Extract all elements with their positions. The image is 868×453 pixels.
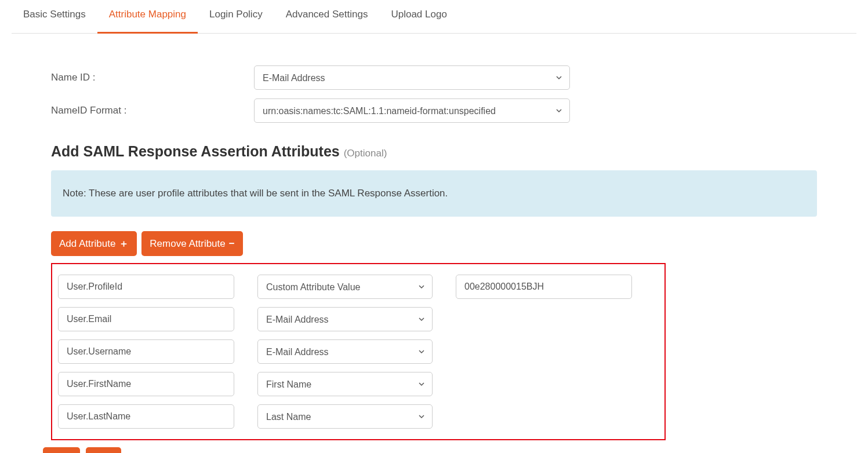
attribute-row: First Name [58, 372, 659, 396]
attr-type-select[interactable]: Custom Attribute Value [257, 275, 433, 299]
plus-icon: ＋ [119, 237, 129, 250]
nameid-row: Name ID : E-Mail Address [51, 65, 817, 90]
attribute-row: Last Name [58, 404, 659, 429]
attribute-row: Custom Attribute Value [58, 275, 659, 299]
tab-login-policy[interactable]: Login Policy [198, 9, 274, 33]
tab-upload-logo[interactable]: Upload Logo [379, 9, 458, 33]
remove-attribute-label: Remove Attribute [150, 238, 225, 250]
add-attribute-button[interactable]: Add Attribute ＋ [51, 231, 137, 256]
attr-type-select[interactable]: First Name [257, 372, 433, 396]
attr-name-input[interactable] [58, 339, 234, 364]
tab-basic-settings[interactable]: Basic Settings [12, 9, 97, 33]
nameid-label: Name ID : [51, 72, 254, 83]
next-button[interactable]: Next [86, 447, 121, 453]
section-heading: Add SAML Response Assertion Attributes (… [51, 143, 817, 160]
nameid-select[interactable]: E-Mail Address [254, 65, 570, 90]
attribute-button-row: Add Attribute ＋ Remove Attribute − [51, 231, 817, 256]
attr-type-select[interactable]: E-Mail Address [257, 307, 433, 331]
attr-name-input[interactable] [58, 372, 234, 396]
tab-advanced-settings[interactable]: Advanced Settings [274, 9, 380, 33]
attribute-row: E-Mail Address [58, 307, 659, 331]
attr-name-input[interactable] [58, 404, 234, 429]
attribute-row: E-Mail Address [58, 339, 659, 364]
nameid-format-row: NameID Format : urn:oasis:names:tc:SAML:… [51, 98, 817, 123]
tab-attribute-mapping[interactable]: Attribute Mapping [97, 9, 198, 33]
nameid-format-label: NameID Format : [51, 105, 254, 116]
save-button[interactable]: Save [43, 447, 80, 453]
attr-type-select[interactable]: Last Name [257, 404, 433, 429]
attr-name-input[interactable] [58, 307, 234, 331]
tab-bar: Basic Settings Attribute Mapping Login P… [12, 0, 856, 34]
attr-type-select[interactable]: E-Mail Address [257, 339, 433, 364]
attr-value-input[interactable] [456, 275, 632, 299]
minus-icon: − [229, 238, 235, 250]
attr-name-input[interactable] [58, 275, 234, 299]
section-optional: (Optional) [344, 148, 387, 159]
nameid-format-select[interactable]: urn:oasis:names:tc:SAML:1.1:nameid-forma… [254, 98, 570, 123]
add-attribute-label: Add Attribute [59, 238, 115, 250]
footer-buttons: Save Next Back [43, 447, 817, 453]
attributes-container: Custom Attribute Value E-Mail Address E-… [51, 263, 666, 440]
note-box: Note: These are user profile attributes … [51, 170, 817, 217]
remove-attribute-button[interactable]: Remove Attribute − [141, 231, 242, 256]
section-title: Add SAML Response Assertion Attributes [51, 143, 340, 159]
